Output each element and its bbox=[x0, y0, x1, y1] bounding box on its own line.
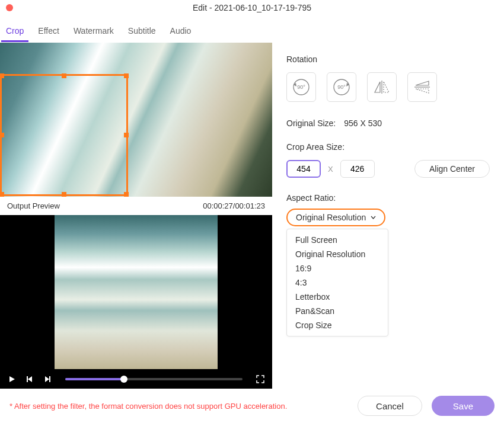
option-original-resolution[interactable]: Original Resolution bbox=[295, 247, 379, 261]
output-preview-area bbox=[0, 215, 272, 369]
tab-watermark[interactable]: Watermark bbox=[69, 20, 119, 42]
tab-bar: Crop Effect Watermark Subtitle Audio bbox=[0, 15, 504, 43]
flip-horizontal-button[interactable] bbox=[367, 72, 397, 102]
svg-rect-1 bbox=[49, 376, 50, 382]
size-separator: X bbox=[328, 165, 333, 174]
crop-width-input[interactable] bbox=[286, 160, 321, 178]
option-panscan[interactable]: Pan&Scan bbox=[295, 304, 379, 318]
crop-handle-b[interactable] bbox=[62, 192, 66, 197]
svg-text:90°: 90° bbox=[297, 84, 305, 90]
tab-effect[interactable]: Effect bbox=[33, 20, 64, 42]
original-size-value: 956 X 530 bbox=[344, 118, 382, 128]
chevron-down-icon bbox=[371, 216, 376, 219]
crop-preview-area[interactable] bbox=[0, 43, 272, 197]
crop-handle-br[interactable] bbox=[124, 192, 129, 197]
tab-subtitle[interactable]: Subtitle bbox=[123, 20, 161, 42]
option-full-screen[interactable]: Full Screen bbox=[295, 233, 379, 247]
option-16-9[interactable]: 16:9 bbox=[295, 261, 379, 275]
rotation-label: Rotation bbox=[286, 55, 490, 64]
flip-vertical-button[interactable] bbox=[407, 72, 437, 102]
original-size-label: Original Size: bbox=[286, 118, 336, 128]
option-letterbox[interactable]: Letterbox bbox=[295, 290, 379, 304]
play-button[interactable] bbox=[7, 374, 17, 384]
crop-handle-tr[interactable] bbox=[124, 73, 129, 78]
fullscreen-button[interactable] bbox=[256, 374, 265, 384]
footer: * After setting the filter, the format c… bbox=[0, 389, 504, 423]
svg-text:90°: 90° bbox=[337, 84, 346, 90]
crop-rectangle[interactable] bbox=[0, 74, 128, 196]
cancel-button[interactable]: Cancel bbox=[358, 396, 422, 416]
crop-handle-t[interactable] bbox=[62, 73, 66, 78]
close-window-button[interactable] bbox=[6, 4, 13, 11]
gpu-warning: * After setting the filter, the format c… bbox=[9, 402, 287, 411]
align-center-button[interactable]: Align Center bbox=[414, 160, 490, 178]
crop-handle-tl[interactable] bbox=[0, 73, 4, 78]
timecode: 00:00:27/00:01:23 bbox=[203, 201, 265, 210]
aspect-ratio-dropdown[interactable]: Original Resolution bbox=[286, 209, 385, 226]
seek-thumb[interactable] bbox=[120, 376, 127, 383]
aspect-ratio-menu: Full Screen Original Resolution 16:9 4:3… bbox=[286, 229, 388, 337]
svg-rect-0 bbox=[27, 376, 28, 382]
crop-height-input[interactable] bbox=[340, 160, 375, 178]
crop-handle-l[interactable] bbox=[0, 133, 4, 137]
option-crop-size[interactable]: Crop Size bbox=[295, 318, 379, 332]
title-bar: Edit - 2021-06-10_10-17-19-795 bbox=[0, 0, 504, 15]
player-controls bbox=[0, 369, 272, 389]
rotate-left-button[interactable]: 90° bbox=[286, 72, 316, 102]
aspect-ratio-label: Aspect Ratio: bbox=[286, 193, 490, 203]
crop-handle-bl[interactable] bbox=[0, 192, 4, 197]
step-back-button[interactable] bbox=[25, 374, 34, 384]
step-forward-button[interactable] bbox=[43, 374, 52, 384]
crop-area-size-label: Crop Area Size: bbox=[286, 142, 490, 152]
tab-audio[interactable]: Audio bbox=[165, 20, 196, 42]
window-title: Edit - 2021-06-10_10-17-19-795 bbox=[193, 3, 311, 12]
option-4-3[interactable]: 4:3 bbox=[295, 275, 379, 290]
seek-bar[interactable] bbox=[65, 378, 243, 380]
rotate-right-button[interactable]: 90° bbox=[327, 72, 356, 102]
output-preview-label: Output Preview bbox=[7, 201, 60, 210]
crop-handle-r[interactable] bbox=[124, 133, 129, 137]
tab-crop[interactable]: Crop bbox=[1, 20, 28, 42]
save-button[interactable]: Save bbox=[432, 396, 495, 416]
aspect-ratio-selected: Original Resolution bbox=[296, 213, 366, 222]
